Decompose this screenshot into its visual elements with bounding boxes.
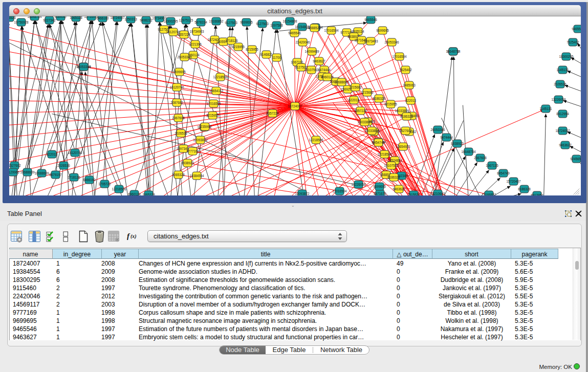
svg-text:8186328: 8186328 [373,97,385,100]
svg-text:5878334: 5878334 [194,20,207,24]
svg-text:10688609: 10688609 [34,171,49,175]
svg-text:16648784: 16648784 [446,50,461,53]
svg-text:7515526: 7515526 [9,16,16,19]
svg-text:7485063: 7485063 [403,83,416,87]
svg-text:26053346: 26053346 [430,128,445,132]
svg-text:10688609: 10688609 [20,170,35,174]
svg-text:9465546: 9465546 [572,27,581,31]
svg-text:19756928: 19756928 [14,20,29,24]
svg-text:1065328: 1065328 [172,173,185,177]
svg-text:9699695: 9699695 [373,185,386,188]
svg-text:8186328: 8186328 [400,115,413,118]
svg-text:6466160: 6466160 [96,16,109,20]
svg-text:17016504: 17016504 [324,29,339,32]
svg-text:22420046: 22420046 [295,40,310,44]
svg-text:9146821: 9146821 [260,53,273,56]
svg-text:(x): (x) [130,233,137,239]
svg-text:1215682: 1215682 [349,85,362,89]
svg-text:1250313: 1250313 [124,17,137,21]
svg-text:822013: 822013 [46,152,57,156]
svg-text:2026536: 2026536 [57,164,70,167]
svg-text:10973493: 10973493 [363,39,378,43]
svg-text:7625402: 7625402 [399,68,412,72]
svg-text:8357224: 8357224 [266,112,279,115]
svg-text:8912954: 8912954 [556,112,569,116]
svg-text:1795722: 1795722 [98,182,111,186]
svg-text:13226058: 13226058 [551,98,566,101]
svg-text:9127503: 9127503 [256,22,269,26]
svg-text:8938923: 8938923 [181,161,194,165]
svg-text:8357224: 8357224 [354,109,367,113]
svg-text:18724007: 18724007 [288,104,302,108]
svg-text:9084067: 9084067 [54,16,67,18]
svg-text:1221396: 1221396 [189,42,202,46]
svg-text:2087682: 2087682 [170,101,183,104]
svg-text:10107553: 10107553 [384,164,399,167]
svg-text:8454749: 8454749 [497,171,510,175]
svg-text:9465546: 9465546 [288,31,301,35]
svg-text:10107553: 10107553 [304,68,319,72]
svg-text:9463627: 9463627 [313,59,325,63]
svg-text:9127503: 9127503 [225,21,237,25]
svg-text:8357224: 8357224 [178,33,190,36]
svg-text:9699695: 9699695 [376,29,389,32]
svg-text:10688609: 10688609 [334,80,349,84]
svg-text:8215955: 8215955 [246,48,258,51]
svg-text:822013: 822013 [405,99,416,102]
svg-text:9129966: 9129966 [9,170,19,174]
svg-text:13226058: 13226058 [351,183,366,186]
svg-text:1145131: 1145131 [539,107,552,111]
svg-text:16154808: 16154808 [295,25,310,29]
svg-text:16033809: 16033809 [395,109,409,113]
svg-text:8471676: 8471676 [374,192,386,195]
svg-text:2367608: 2367608 [474,156,487,160]
svg-text:12218506: 12218506 [213,75,228,79]
svg-text:26053346: 26053346 [177,55,192,59]
svg-text:18724007: 18724007 [555,129,570,133]
svg-text:11700: 11700 [272,56,281,59]
svg-text:6466160: 6466160 [83,178,96,182]
svg-text:9463627: 9463627 [393,187,405,191]
svg-text:12218506: 12218506 [112,187,126,191]
svg-text:16648784: 16648784 [461,150,476,154]
svg-text:8186328: 8186328 [518,187,531,191]
svg-text:1527602: 1527602 [9,164,21,167]
svg-text:13654923: 13654923 [396,145,410,148]
svg-text:9227342: 9227342 [43,18,56,22]
svg-text:8215955: 8215955 [232,45,245,49]
svg-text:8215955: 8215955 [206,114,219,117]
svg-text:9465546: 9465546 [364,18,377,21]
svg-text:9474444: 9474444 [440,136,453,139]
svg-text:18300295: 18300295 [559,55,574,58]
svg-text:1067135: 1067135 [486,164,498,167]
svg-text:15720407: 15720407 [506,180,521,183]
svg-text:7515526: 7515526 [407,193,420,196]
svg-text:1235992: 1235992 [199,125,211,128]
svg-text:2718126: 2718126 [68,176,80,179]
svg-text:9699695: 9699695 [173,70,186,74]
svg-text:26053346: 26053346 [384,40,399,44]
svg-text:1215682: 1215682 [361,91,374,94]
svg-text:9245652: 9245652 [570,157,581,161]
svg-text:14099489: 14099489 [304,50,319,53]
svg-text:19166852: 19166852 [209,19,224,23]
svg-text:2367608: 2367608 [172,116,185,120]
svg-text:9699695: 9699695 [240,20,253,24]
svg-text:16648784: 16648784 [27,16,42,18]
svg-text:16120746: 16120746 [169,85,184,89]
svg-text:9777169: 9777169 [186,149,199,153]
svg-text:1145131: 1145131 [556,68,569,72]
svg-text:18300295: 18300295 [163,19,178,23]
svg-text:16033809: 16033809 [364,129,379,133]
svg-text:12975115: 12975115 [179,18,193,22]
svg-text:2718126: 2718126 [225,39,238,42]
svg-text:f: f [127,232,130,240]
svg-text:26053346: 26053346 [76,65,91,69]
svg-text:16033809: 16033809 [357,120,372,124]
svg-text:10654112: 10654112 [209,89,223,93]
svg-text:12218506: 12218506 [309,138,323,142]
svg-text:18724007: 18724007 [110,16,125,19]
svg-text:7625402: 7625402 [567,40,579,44]
svg-text:8454749: 8454749 [372,141,385,144]
svg-text:17016504: 17016504 [392,55,407,58]
